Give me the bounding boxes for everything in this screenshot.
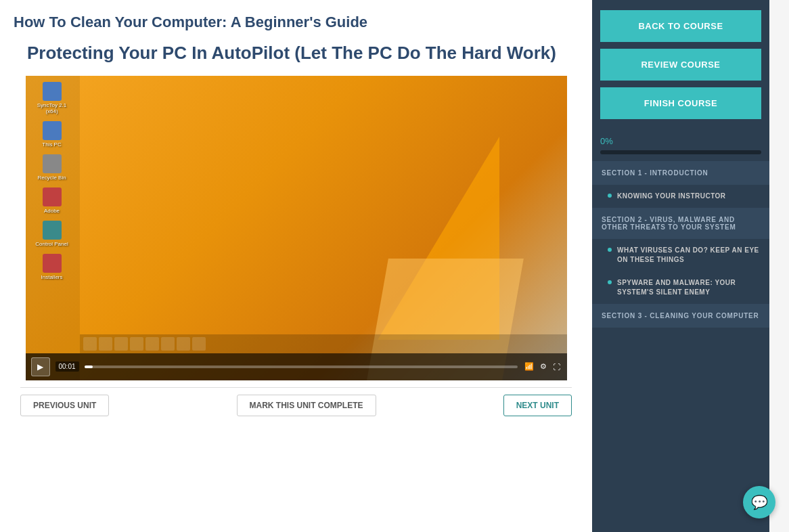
fullscreen-icon[interactable]: ⛶ bbox=[551, 361, 562, 372]
previous-unit-button[interactable]: PREVIOUS UNIT bbox=[20, 395, 109, 416]
course-sections: SECTION 1 - INTRODUCTION KNOWING YOUR IN… bbox=[592, 161, 769, 532]
section-1-items: KNOWING YOUR INSTRUCTOR bbox=[592, 185, 769, 208]
section-3-header[interactable]: SECTION 3 - CLEANING YOUR COMPUTER bbox=[592, 304, 769, 328]
unit-title: Protecting Your PC In AutoPilot (Let The… bbox=[27, 42, 572, 65]
list-item[interactable]: KNOWING YOUR INSTRUCTOR bbox=[592, 185, 769, 208]
video-progress-fill bbox=[85, 365, 93, 368]
desktop-icon-3: Recycle Bin bbox=[29, 152, 75, 183]
video-controls[interactable]: ▶ 00:01 📶 ⚙ ⛶ bbox=[26, 353, 567, 380]
list-item[interactable]: WHAT VIRUSES CAN DO? KEEP AN EYE ON THES… bbox=[592, 239, 769, 271]
main-content: How To Clean Your Computer: A Beginner's… bbox=[0, 0, 592, 532]
progress-bar-bg bbox=[600, 150, 761, 154]
progress-section: 0% bbox=[592, 129, 769, 161]
progress-text: 0% bbox=[600, 136, 761, 146]
chat-icon: 💬 bbox=[751, 494, 768, 510]
item-dot bbox=[608, 280, 612, 284]
video-player[interactable]: SyncToy 2.1 (x64) This PC Recycle Bin bbox=[26, 76, 567, 380]
sidebar: BACK TO COURSE REVIEW COURSE FINISH COUR… bbox=[592, 0, 769, 532]
next-unit-button[interactable]: NEXT UNIT bbox=[503, 395, 572, 416]
course-title: How To Clean Your Computer: A Beginner's… bbox=[14, 14, 579, 31]
back-to-course-button[interactable]: BACK TO COURSE bbox=[600, 10, 761, 42]
item-dot bbox=[608, 194, 612, 198]
video-ctrl-icons: 📶 ⚙ ⛶ bbox=[523, 361, 562, 372]
desktop-icon-1: SyncToy 2.1 (x64) bbox=[29, 79, 75, 117]
desktop-icon-5: Control Panel bbox=[29, 218, 75, 250]
list-item[interactable]: SPYWARE AND MALWARE: YOUR SYSTEM'S SILEN… bbox=[592, 271, 769, 304]
desktop-icons: SyncToy 2.1 (x64) This PC Recycle Bin bbox=[26, 76, 80, 380]
review-course-button[interactable]: REVIEW COURSE bbox=[600, 49, 761, 81]
bottom-nav: PREVIOUS UNIT MARK THIS UNIT COMPLETE NE… bbox=[20, 387, 572, 423]
finish-course-button[interactable]: FINISH COURSE bbox=[600, 87, 761, 119]
sidebar-buttons: BACK TO COURSE REVIEW COURSE FINISH COUR… bbox=[592, 0, 769, 129]
item-dot bbox=[608, 248, 612, 252]
mark-complete-button[interactable]: MARK THIS UNIT COMPLETE bbox=[237, 395, 376, 416]
section-2-items: WHAT VIRUSES CAN DO? KEEP AN EYE ON THES… bbox=[592, 239, 769, 304]
desktop-icon-4: Adobe bbox=[29, 185, 75, 217]
volume-icon[interactable]: 📶 bbox=[523, 361, 535, 372]
settings-icon[interactable]: ⚙ bbox=[539, 361, 548, 372]
desktop-icon-2: This PC bbox=[29, 118, 75, 150]
section-2-header[interactable]: SECTION 2 - VIRUS, MALWARE AND OTHER THR… bbox=[592, 208, 769, 239]
chat-button[interactable]: 💬 bbox=[743, 486, 775, 518]
play-button[interactable]: ▶ bbox=[31, 357, 50, 376]
desktop-icon-6: Installers bbox=[29, 251, 75, 283]
section-1-header[interactable]: SECTION 1 - INTRODUCTION bbox=[592, 161, 769, 185]
video-timestamp: 00:01 bbox=[55, 361, 79, 372]
video-progress-bar[interactable] bbox=[85, 365, 518, 368]
taskbar-strip bbox=[80, 334, 567, 353]
